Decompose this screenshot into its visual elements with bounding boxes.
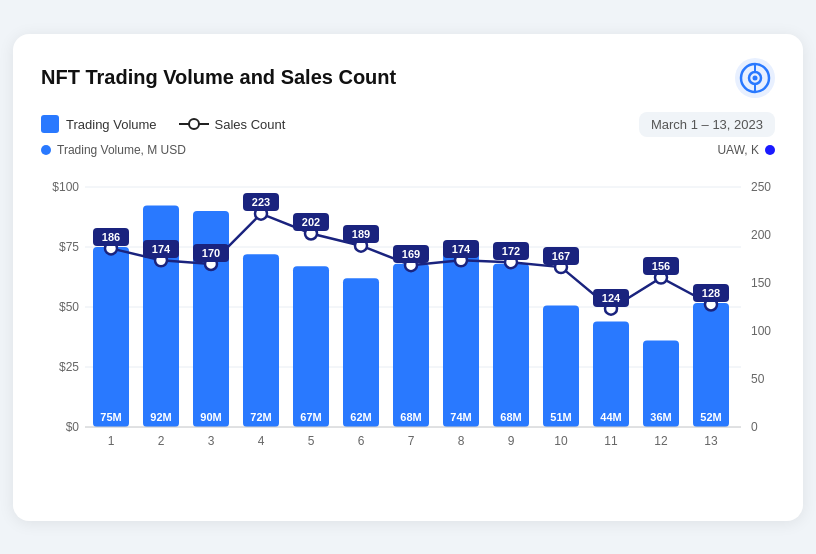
svg-text:156: 156 xyxy=(652,260,670,272)
y-right-label-text: UAW, K xyxy=(717,143,759,157)
svg-text:172: 172 xyxy=(502,245,520,257)
legend-sales-count-icon xyxy=(177,116,211,132)
svg-text:150: 150 xyxy=(751,276,771,290)
svg-text:169: 169 xyxy=(402,248,420,260)
svg-point-7 xyxy=(189,119,199,129)
svg-text:6: 6 xyxy=(358,434,365,448)
svg-text:36M: 36M xyxy=(650,411,671,423)
svg-text:202: 202 xyxy=(302,216,320,228)
svg-text:44M: 44M xyxy=(600,411,621,423)
axis-labels-row: Trading Volume, M USD UAW, K xyxy=(41,143,775,157)
svg-text:74M: 74M xyxy=(450,411,471,423)
legend-left: Trading Volume Sales Count xyxy=(41,115,285,133)
svg-text:75M: 75M xyxy=(100,411,121,423)
legend-trading-volume-box xyxy=(41,115,59,133)
svg-point-3 xyxy=(753,75,758,80)
legend-row: Trading Volume Sales Count March 1 – 13,… xyxy=(41,112,775,137)
bar-13 xyxy=(693,303,729,427)
logo-icon xyxy=(735,58,775,98)
y-right-axis-label: UAW, K xyxy=(717,143,775,157)
chart-title: NFT Trading Volume and Sales Count xyxy=(41,66,396,89)
chart-area: $100 $75 $50 $25 $0 250 200 150 100 50 0… xyxy=(41,161,775,501)
bar-3 xyxy=(193,211,229,427)
svg-text:0: 0 xyxy=(751,420,758,434)
svg-text:174: 174 xyxy=(452,243,471,255)
bar-6 xyxy=(343,278,379,427)
svg-text:12: 12 xyxy=(654,434,668,448)
bar-8 xyxy=(443,249,479,427)
svg-text:170: 170 xyxy=(202,247,220,259)
legend-trading-volume-label: Trading Volume xyxy=(66,117,157,132)
bar-2 xyxy=(143,205,179,427)
y-left-axis-label: Trading Volume, M USD xyxy=(41,143,186,157)
svg-text:2: 2 xyxy=(158,434,165,448)
svg-text:124: 124 xyxy=(602,292,621,304)
svg-text:$100: $100 xyxy=(52,180,79,194)
svg-text:92M: 92M xyxy=(150,411,171,423)
dot-blue-filled-left xyxy=(41,145,51,155)
svg-text:$50: $50 xyxy=(59,300,79,314)
svg-text:174: 174 xyxy=(152,243,171,255)
dot-blue-filled-right xyxy=(765,145,775,155)
svg-text:62M: 62M xyxy=(350,411,371,423)
legend-trading-volume: Trading Volume xyxy=(41,115,157,133)
svg-text:128: 128 xyxy=(702,287,720,299)
svg-text:11: 11 xyxy=(604,434,618,448)
svg-text:50: 50 xyxy=(751,372,765,386)
svg-text:200: 200 xyxy=(751,228,771,242)
bar-4 xyxy=(243,254,279,427)
svg-text:10: 10 xyxy=(554,434,568,448)
svg-text:167: 167 xyxy=(552,250,570,262)
chart-card: NFT Trading Volume and Sales Count Tradi… xyxy=(13,34,803,521)
y-left-label-text: Trading Volume, M USD xyxy=(57,143,186,157)
svg-text:100: 100 xyxy=(751,324,771,338)
svg-text:90M: 90M xyxy=(200,411,221,423)
bar-10 xyxy=(543,305,579,427)
svg-text:5: 5 xyxy=(308,434,315,448)
legend-sales-count: Sales Count xyxy=(177,116,286,132)
chart-svg: $100 $75 $50 $25 $0 250 200 150 100 50 0… xyxy=(41,161,775,501)
svg-text:4: 4 xyxy=(258,434,265,448)
svg-text:189: 189 xyxy=(352,228,370,240)
svg-text:8: 8 xyxy=(458,434,465,448)
svg-text:$0: $0 xyxy=(66,420,80,434)
svg-text:223: 223 xyxy=(252,196,270,208)
svg-text:52M: 52M xyxy=(700,411,721,423)
bar-7 xyxy=(393,263,429,426)
legend-sales-count-label: Sales Count xyxy=(215,117,286,132)
svg-text:$75: $75 xyxy=(59,240,79,254)
chart-header: NFT Trading Volume and Sales Count xyxy=(41,58,775,98)
svg-text:7: 7 xyxy=(408,434,415,448)
svg-text:72M: 72M xyxy=(250,411,271,423)
bar-1 xyxy=(93,247,129,427)
date-range-badge: March 1 – 13, 2023 xyxy=(639,112,775,137)
svg-text:250: 250 xyxy=(751,180,771,194)
bar-5 xyxy=(293,266,329,427)
svg-text:9: 9 xyxy=(508,434,515,448)
svg-text:3: 3 xyxy=(208,434,215,448)
svg-text:13: 13 xyxy=(704,434,718,448)
svg-text:1: 1 xyxy=(108,434,115,448)
svg-text:68M: 68M xyxy=(400,411,421,423)
svg-text:$25: $25 xyxy=(59,360,79,374)
bar-9 xyxy=(493,263,529,426)
svg-text:68M: 68M xyxy=(500,411,521,423)
svg-text:67M: 67M xyxy=(300,411,321,423)
svg-text:186: 186 xyxy=(102,231,120,243)
svg-text:51M: 51M xyxy=(550,411,571,423)
